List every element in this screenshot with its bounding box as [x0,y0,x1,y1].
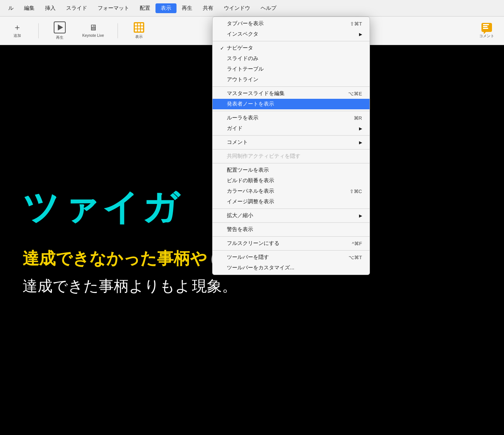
dd-show-warnings[interactable]: 警告を表示 [213,224,370,235]
dd-sep-2 [213,86,370,87]
play-label: 再生 [56,35,63,40]
dd-label-navigator: ナビゲータ [227,45,362,51]
view-button[interactable]: 表示 [128,21,150,41]
dd-label-presenter-notes: 発表者ノートを表示 [227,101,362,107]
menu-item-view[interactable]: 表示 [155,3,177,13]
grid-icon [134,22,144,33]
dd-label-zoom: 拡大／縮小 [227,212,355,219]
menubar: ル 編集 挿入 スライド フォーマット 配置 表示 再生 共有 ウインドウ ヘル… [0,0,504,17]
dd-inspector[interactable]: インスペクタ ▶ [213,29,370,39]
dd-label-hide-toolbar: ツールバーを隠す [227,254,341,261]
dd-arrow-zoom: ▶ [359,213,362,218]
dd-arrow-guide: ▶ [359,126,362,131]
add-label: 追加 [14,33,21,38]
dd-sep-9 [213,236,370,237]
keynote-live-label: Keynote Live [82,33,104,38]
menu-item-play[interactable]: 再生 [177,3,198,13]
dd-label-show-alignment: 配置ツールを表示 [227,167,362,174]
dd-label-show-warnings: 警告を表示 [227,226,362,233]
add-button[interactable]: ＋ 追加 [6,22,29,40]
dd-hide-toolbar[interactable]: ツールバーを隠す ⌥⌘T [213,252,370,263]
dd-show-ruler[interactable]: ルーラを表示 ⌘R [213,113,370,123]
dd-show-alignment[interactable]: 配置ツールを表示 [213,165,370,175]
dd-outline[interactable]: アウトライン [213,74,370,85]
comment-label: コメント [479,33,494,39]
dd-shortcut-edit-master: ⌥⌘E [348,91,362,97]
dd-guide[interactable]: ガイド ▶ [213,123,370,134]
dd-label-light-table: ライトテーブル [227,66,362,72]
dd-presenter-notes[interactable]: 発表者ノートを表示 [213,99,370,109]
menu-item-edit[interactable]: 編集 [19,3,40,13]
dd-shortcut-show-ruler: ⌘R [354,115,362,121]
dd-label-comment: コメント [227,139,355,146]
slide-body-white: 達成できた事柄よりもよ [23,276,190,296]
dd-shortcut-show-color-panel: ⇧⌘C [350,189,362,194]
menu-item-slide[interactable]: スライド [61,3,92,13]
toolbar-sep-1 [38,23,39,38]
dd-show-color-panel[interactable]: カラーパネルを表示 ⇧⌘C [213,186,370,196]
slide-title: ツァイガ [23,184,182,233]
menu-item-format[interactable]: フォーマット [92,3,134,13]
dd-label-outline: アウトライン [227,76,362,83]
play-icon [54,21,66,33]
menu-item-arrange[interactable]: 配置 [134,3,155,13]
play-button[interactable]: 再生 [48,20,71,42]
dd-label-fullscreen: フルスクリーンにする [227,240,344,247]
menu-item-help[interactable]: ヘルプ [255,3,282,13]
dd-sep-10 [213,250,370,251]
dd-hide-collab: 共同制作アクティビティを隠す [213,151,370,162]
slide-body-white-suffix: 現象。 [192,276,237,296]
dd-label-edit-master: マスタースライドを編集 [227,90,341,97]
keynote-live-button[interactable]: 🖥 Keynote Live [78,22,108,39]
dd-label-slides-only: スライドのみ [227,55,362,62]
view-label: 表示 [135,34,143,39]
dd-show-build-order[interactable]: ビルドの順番を表示 [213,175,370,186]
dd-label-hide-collab: 共同制作アクティビティを隠す [227,153,362,160]
dd-sep-3 [213,111,370,111]
dd-label-guide: ガイド [227,125,355,132]
dd-edit-master[interactable]: マスタースライドを編集 ⌥⌘E [213,88,370,99]
toolbar-sep-2 [118,23,118,38]
dd-label-show-image-adjust: イメージ調整を表示 [227,198,362,205]
dd-shortcut-show-tabbar: ⇧⌘T [350,21,362,27]
dd-show-tabbar[interactable]: タブバーを表示 ⇧⌘T [213,18,370,29]
dd-customize-toolbar[interactable]: ツールバーをカスタマイズ... [213,263,370,273]
dd-label-show-build-order: ビルドの順番を表示 [227,177,362,184]
dd-fullscreen[interactable]: フルスクリーンにする ^⌘F [213,238,370,249]
slide-body-yellow: 達成できなかった事柄や [23,248,207,270]
menu-item-window[interactable]: ウインドウ [219,3,255,13]
dd-label-customize-toolbar: ツールバーをカスタマイズ... [227,264,362,271]
dd-check-navigator: ✓ [220,45,227,51]
dd-sep-5 [213,149,370,150]
dd-shortcut-hide-toolbar: ⌥⌘T [349,255,362,260]
dd-sep-4 [213,135,370,136]
add-icon: ＋ [13,23,21,32]
monitor-icon: 🖥 [89,24,97,32]
dd-arrow-comment: ▶ [359,140,362,145]
dd-label-show-tabbar: タブバーを表示 [227,20,343,27]
dd-label-inspector: インスペクタ [227,31,355,38]
dd-light-table[interactable]: ライトテーブル [213,64,370,74]
comment-icon [481,23,492,32]
dd-sep-7 [213,208,370,209]
dd-label-show-ruler: ルーラを表示 [227,115,346,121]
dd-sep-1 [213,41,370,41]
dd-shortcut-fullscreen: ^⌘F [352,241,362,246]
dd-comment[interactable]: コメント ▶ [213,137,370,148]
dd-slides-only[interactable]: スライドのみ [213,53,370,64]
comment-button[interactable]: コメント [475,21,498,40]
menu-item-share[interactable]: 共有 [198,3,219,13]
dd-zoom[interactable]: 拡大／縮小 ▶ [213,210,370,221]
dd-show-image-adjust[interactable]: イメージ調整を表示 [213,196,370,207]
dd-arrow-inspector: ▶ [359,32,362,37]
view-dropdown-menu[interactable]: タブバーを表示 ⇧⌘T インスペクタ ▶ ✓ ナビゲータ スライドのみ ライトテ… [212,17,370,275]
dd-sep-8 [213,222,370,223]
dd-label-show-color-panel: カラーパネルを表示 [227,188,342,195]
menu-item-insert[interactable]: 挿入 [40,3,61,13]
dd-navigator[interactable]: ✓ ナビゲータ [213,43,370,53]
menu-item-app[interactable]: ル [3,3,19,13]
dd-sep-6 [213,163,370,163]
